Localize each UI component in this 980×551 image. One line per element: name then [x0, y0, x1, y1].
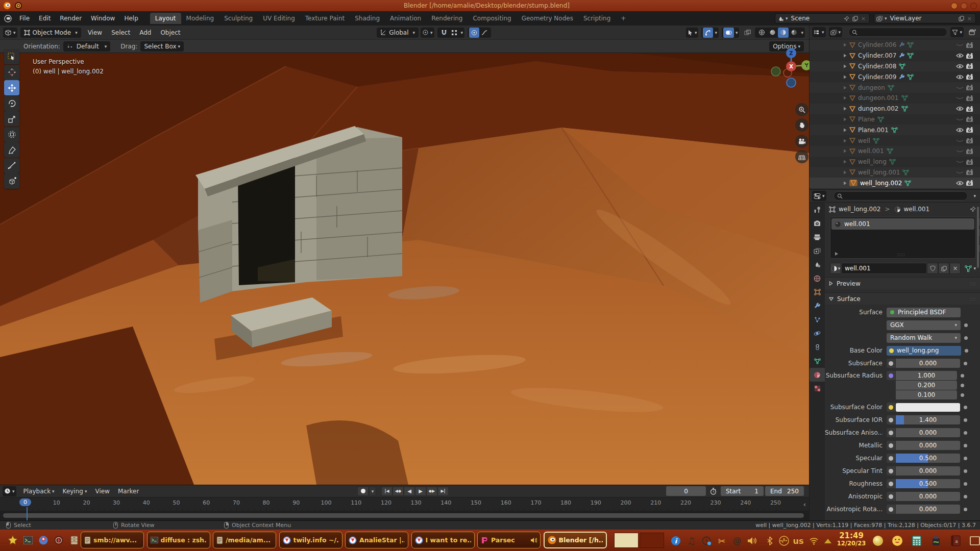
- camera-visibility-icon[interactable]: [965, 106, 975, 112]
- falloff-curve-icon[interactable]: [479, 28, 489, 38]
- timeline-menu-playback[interactable]: Playback▾: [19, 486, 59, 496]
- object-name[interactable]: dungeon.002: [858, 105, 899, 112]
- remove-viewlayer-icon[interactable]: ×: [967, 15, 972, 22]
- outliner-item-well_long[interactable]: well_long: [810, 157, 980, 167]
- browse-material-button[interactable]: ▾: [830, 263, 841, 274]
- value-slider-subsurface-aniso-[interactable]: 0.000: [896, 428, 960, 437]
- unlink-scene-icon[interactable]: ×: [861, 15, 866, 22]
- outliner-filter-dropdown[interactable]: ▾: [950, 27, 964, 37]
- decorator-dot[interactable]: [964, 406, 967, 409]
- camera-visibility-icon[interactable]: [965, 63, 975, 69]
- timeline-menu-marker[interactable]: Marker: [114, 486, 143, 496]
- outliner-item-Plane.001[interactable]: Plane.001: [810, 124, 980, 135]
- expand-arrow-icon[interactable]: [843, 117, 847, 121]
- object-name[interactable]: Cylinder.007: [858, 52, 896, 59]
- object-name[interactable]: dungeon: [858, 84, 885, 91]
- properties-tab-constraints[interactable]: [810, 340, 825, 354]
- decorator-dot[interactable]: [964, 495, 967, 498]
- camera-visibility-icon[interactable]: [965, 180, 975, 186]
- decorator-dot[interactable]: [964, 431, 967, 435]
- timeline-scrollbar[interactable]: [3, 513, 804, 518]
- tray-wifi-icon[interactable]: [807, 535, 820, 547]
- workspace-tab-texture-paint[interactable]: Texture Paint: [300, 13, 350, 24]
- timeline-editor-type[interactable]: ▾: [3, 486, 16, 496]
- camera-visibility-icon[interactable]: [965, 42, 975, 48]
- tool-move[interactable]: [4, 80, 19, 95]
- breadcrumb-material[interactable]: well.001: [904, 206, 930, 213]
- object-triangle-icon[interactable]: [849, 42, 855, 48]
- eye-open-icon[interactable]: [954, 181, 965, 186]
- radius-value-field[interactable]: 0.100: [896, 390, 957, 399]
- properties-search-input[interactable]: [834, 191, 968, 201]
- value-slider-subsurface-ior[interactable]: 1.400: [896, 415, 960, 424]
- decorator-dot[interactable]: [964, 457, 967, 460]
- socket-dot-button[interactable]: [887, 359, 895, 368]
- value-slider-subsurface[interactable]: 0.000: [896, 359, 960, 368]
- properties-tab-physics[interactable]: [810, 327, 825, 340]
- chevron-down-icon[interactable]: ▾: [715, 30, 717, 35]
- workspace-tab-animation[interactable]: Animation: [385, 13, 426, 24]
- decorator-dot[interactable]: [961, 374, 964, 378]
- eye-open-icon[interactable]: [954, 106, 965, 111]
- tool-annotate[interactable]: [4, 142, 19, 158]
- socket-dot-button[interactable]: [887, 428, 895, 437]
- viewport-scene[interactable]: [0, 53, 809, 485]
- object-triangle-icon[interactable]: [849, 53, 855, 59]
- object-triangle-icon[interactable]: [849, 95, 855, 101]
- copy-material-icon[interactable]: [938, 263, 949, 274]
- tool-cursor[interactable]: [4, 65, 19, 80]
- properties-tab-scene[interactable]: [810, 258, 825, 271]
- tool-transform[interactable]: [4, 127, 19, 142]
- blender-menu-icon[interactable]: [4, 15, 12, 22]
- camera-visibility-icon[interactable]: [965, 148, 975, 154]
- solid-shading-icon[interactable]: [767, 28, 778, 38]
- snap-target-icon[interactable]: [449, 28, 459, 38]
- socket-dot-button[interactable]: [887, 505, 895, 514]
- dropdown-random-walk[interactable]: Random Walk▾: [887, 333, 961, 343]
- eye-open-icon[interactable]: [954, 74, 965, 80]
- tray-bluetooth-icon[interactable]: [764, 535, 776, 547]
- tray-ink-icon[interactable]: [930, 535, 942, 547]
- tool-select-box[interactable]: [4, 49, 19, 64]
- workspace-tab-uv-editing[interactable]: UV Editing: [258, 13, 300, 24]
- orientation-setting-dropdown[interactable]: Default ▾: [63, 41, 110, 52]
- color-swatch[interactable]: [896, 403, 960, 412]
- outliner-display-mode[interactable]: ▾: [812, 27, 826, 37]
- dropdown-ggx[interactable]: GGX▾: [887, 320, 961, 330]
- start-frame-field[interactable]: Start1: [721, 486, 764, 496]
- socket-dot-button[interactable]: [887, 454, 895, 463]
- eye-closed-icon[interactable]: [954, 117, 965, 122]
- window-maximize-button[interactable]: [961, 3, 967, 9]
- socket-dot-button[interactable]: [887, 479, 895, 488]
- tool-add-cube[interactable]: [4, 173, 19, 189]
- object-triangle-icon[interactable]: [849, 116, 855, 122]
- window-minimize-button[interactable]: [951, 3, 958, 9]
- camera-visibility-icon[interactable]: [965, 85, 975, 90]
- outliner-search-input[interactable]: [848, 28, 947, 37]
- navigation-gizmo[interactable]: Z Y X: [763, 46, 814, 102]
- object-triangle-icon[interactable]: [849, 169, 855, 175]
- camera-visibility-icon[interactable]: [965, 116, 975, 122]
- proportional-edit-toggle-icon[interactable]: [469, 28, 479, 38]
- zoom-view-button[interactable]: [795, 103, 808, 116]
- tray-scissors-icon[interactable]: ✂: [716, 535, 728, 547]
- menu-file[interactable]: File: [15, 13, 34, 24]
- task-button-4[interactable]: AnalieStar |...: [345, 532, 408, 548]
- radius-value-field[interactable]: 1.000: [896, 371, 957, 380]
- expand-arrow-icon[interactable]: [843, 149, 847, 153]
- eye-closed-icon[interactable]: [954, 148, 965, 154]
- radius-value-field[interactable]: 0.200: [896, 381, 957, 390]
- outliner-filter-mode[interactable]: ▾: [829, 27, 843, 37]
- camera-visibility-icon[interactable]: [965, 138, 975, 143]
- decorator-dot[interactable]: [964, 469, 967, 473]
- expand-arrow-icon[interactable]: [843, 54, 847, 58]
- workspace-1-pager[interactable]: [614, 533, 639, 548]
- task-button-5[interactable]: I want to re...: [411, 532, 475, 548]
- outliner-item-well_long.002[interactable]: well_long.002: [810, 178, 980, 188]
- properties-tab-object[interactable]: [810, 285, 825, 299]
- workspace-2-pager[interactable]: [640, 533, 664, 548]
- camera-visibility-icon[interactable]: [965, 53, 975, 59]
- workspace-tab-sculpting[interactable]: Sculpting: [219, 13, 258, 24]
- new-scene-copy-icon[interactable]: [852, 16, 858, 21]
- workspace-tab-layout[interactable]: Layout: [150, 13, 181, 24]
